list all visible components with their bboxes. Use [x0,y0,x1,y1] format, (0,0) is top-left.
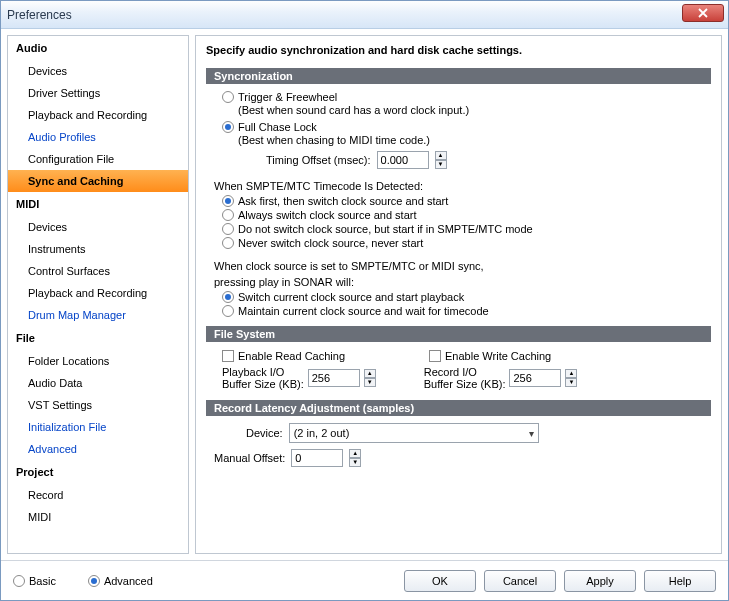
enable-write-caching[interactable]: Enable Write Caching [429,350,551,362]
sidebar-item[interactable]: Audio Profiles [8,126,188,148]
enable-read-caching[interactable]: Enable Read Caching [222,350,345,362]
sidebar-item[interactable]: Record [8,484,188,506]
device-label: Device: [246,427,283,439]
mode-basic[interactable]: Basic [13,575,56,587]
footer: Basic Advanced OK Cancel Apply Help [1,560,728,600]
close-icon [698,8,708,18]
sidebar-item[interactable]: Driver Settings [8,82,188,104]
apply-button[interactable]: Apply [564,570,636,592]
sidebar-item[interactable]: VST Settings [8,394,188,416]
sidebar-item[interactable]: MIDI [8,506,188,528]
timing-offset-spinner[interactable]: ▲▼ [435,151,447,169]
playback-buffer-input[interactable] [308,369,360,387]
radio-smpte-option[interactable]: Ask first, then switch clock source and … [206,194,711,208]
cancel-button[interactable]: Cancel [484,570,556,592]
playback-buffer-label1: Playback I/O [222,366,304,378]
sidebar-item[interactable]: Playback and Recording [8,104,188,126]
mode-advanced[interactable]: Advanced [88,575,153,587]
manual-offset-input[interactable] [291,449,343,467]
sidebar-item[interactable]: Configuration File [8,148,188,170]
manual-offset-spinner[interactable]: ▲▼ [349,449,361,467]
content-area: AudioDevicesDriver SettingsPlayback and … [1,29,728,560]
timing-offset-label: Timing Offset (msec): [266,154,371,166]
record-buffer-input[interactable] [509,369,561,387]
ok-button[interactable]: OK [404,570,476,592]
titlebar: Preferences [1,1,728,29]
sidebar-item[interactable]: Control Surfaces [8,260,188,282]
radio-smpte-option[interactable]: Always switch clock source and start [206,208,711,222]
sidebar-item[interactable]: Instruments [8,238,188,260]
record-buffer-label1: Record I/O [424,366,506,378]
play-behavior-label2: pressing play in SONAR will: [206,274,711,290]
section-filesystem-header: File System [206,326,711,342]
category-sidebar[interactable]: AudioDevicesDriver SettingsPlayback and … [7,35,189,554]
section-sync-header: Syncronization [206,68,711,84]
close-button[interactable] [682,4,724,22]
hint-trigger: (Best when sound card has a word clock i… [206,104,711,120]
sidebar-item[interactable]: Sync and Caching [8,170,188,192]
radio-play-option[interactable]: Maintain current clock source and wait f… [206,304,711,318]
sidebar-item[interactable]: Audio Data [8,372,188,394]
sidebar-item[interactable]: Advanced [8,438,188,460]
radio-play-option[interactable]: Switch current clock source and start pl… [206,290,711,304]
device-dropdown[interactable]: (2 in, 2 out) [289,423,539,443]
sidebar-item[interactable]: Devices [8,216,188,238]
sidebar-category: Audio [8,36,188,60]
page-description: Specify audio synchronization and hard d… [206,44,711,56]
sidebar-category: File [8,326,188,350]
record-buffer-spinner[interactable]: ▲▼ [565,369,577,387]
help-button[interactable]: Help [644,570,716,592]
radio-trigger-freewheel[interactable]: Trigger & Freewheel [206,90,711,104]
radio-smpte-option[interactable]: Do not switch clock source, but start if… [206,222,711,236]
timing-offset-input[interactable] [377,151,429,169]
radio-full-chase-lock[interactable]: Full Chase Lock [206,120,711,134]
record-buffer-label2: Buffer Size (KB): [424,378,506,390]
section-latency-header: Record Latency Adjustment (samples) [206,400,711,416]
main-panel: Specify audio synchronization and hard d… [195,35,722,554]
play-behavior-label1: When clock source is set to SMPTE/MTC or… [206,258,711,274]
radio-smpte-option[interactable]: Never switch clock source, never start [206,236,711,250]
window-title: Preferences [7,8,72,22]
sidebar-item[interactable]: Initialization File [8,416,188,438]
playback-buffer-label2: Buffer Size (KB): [222,378,304,390]
sidebar-item[interactable]: Playback and Recording [8,282,188,304]
smpte-detected-label: When SMPTE/MTC Timecode Is Detected: [206,178,711,194]
hint-chase: (Best when chasing to MIDI time code.) [206,134,711,150]
sidebar-category: Project [8,460,188,484]
sidebar-category: MIDI [8,192,188,216]
preferences-window: Preferences AudioDevicesDriver SettingsP… [0,0,729,601]
sidebar-item[interactable]: Drum Map Manager [8,304,188,326]
sidebar-item[interactable]: Devices [8,60,188,82]
sidebar-item[interactable]: Folder Locations [8,350,188,372]
playback-buffer-spinner[interactable]: ▲▼ [364,369,376,387]
manual-offset-label: Manual Offset: [214,452,285,464]
